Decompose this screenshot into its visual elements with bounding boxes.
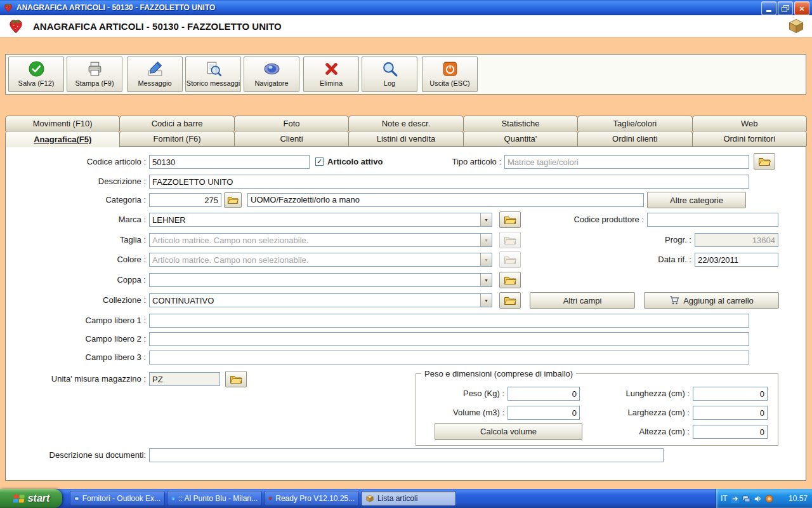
- task-outlook[interactable]: Fornitori - Outlook Ex...: [70, 491, 165, 506]
- tab-fornitori[interactable]: Fornitori (F6): [119, 131, 234, 146]
- network-icon[interactable]: [742, 495, 750, 503]
- language-indicator[interactable]: IT: [721, 494, 728, 503]
- cart-box-button[interactable]: [785, 17, 807, 36]
- tipo-articolo-folder-button[interactable]: [754, 153, 775, 170]
- minimize-button[interactable]: [761, 1, 776, 15]
- tab-note-descr[interactable]: Note e descr.: [348, 116, 463, 131]
- language-bar-icon[interactable]: [731, 495, 739, 503]
- tab-ordini-clienti[interactable]: Ordini clienti: [577, 131, 692, 146]
- salva-button[interactable]: Salva (F12): [8, 57, 64, 92]
- package-box-icon: [365, 494, 374, 503]
- marca-folder-button[interactable]: [499, 211, 521, 228]
- larghezza-input[interactable]: [693, 406, 768, 420]
- altri-campi-button[interactable]: Altri campi: [530, 292, 635, 309]
- chevron-down-icon[interactable]: ▼: [480, 274, 492, 286]
- antivirus-icon[interactable]: [765, 495, 773, 503]
- categoria-folder-button[interactable]: [224, 192, 242, 208]
- tab-row-2: Anagrafica(F5) Fornitori (F6) Clienti Li…: [5, 131, 806, 147]
- data-rif-input[interactable]: [695, 253, 778, 267]
- campo-libero-2-input[interactable]: [149, 332, 749, 346]
- task-label: Ready Pro V12.10.25...: [275, 494, 355, 503]
- collezione-value[interactable]: [150, 294, 480, 307]
- cart-icon: [669, 295, 679, 305]
- restore-button[interactable]: [778, 1, 793, 15]
- internet-explorer-icon: e: [171, 494, 175, 503]
- unita-misura-folder-button[interactable]: [225, 371, 247, 387]
- folder-icon: [504, 215, 516, 225]
- chevron-down-icon: ▼: [480, 234, 492, 246]
- calcola-volume-button[interactable]: Calcola volume: [435, 423, 582, 440]
- descrizione-input[interactable]: [149, 175, 749, 189]
- folder-icon: [504, 236, 516, 245]
- tab-ordini-fornitori[interactable]: Ordini fornitori: [692, 131, 807, 146]
- folder-icon: [230, 375, 242, 384]
- campo-libero-1-input[interactable]: [149, 314, 749, 328]
- title-bar: ANAGRAFICA ARTICOLI - 50130 - FAZZOLETTO…: [0, 0, 812, 15]
- marca-combobox[interactable]: ▼: [149, 213, 492, 227]
- categoria-code-input[interactable]: [149, 193, 221, 207]
- volume-icon[interactable]: [754, 495, 762, 503]
- altre-categorie-button[interactable]: Altre categorie: [647, 192, 746, 208]
- messaggio-button[interactable]: Messaggio: [127, 57, 183, 92]
- tipo-articolo-input[interactable]: [504, 155, 749, 169]
- descrizione-label: Descrizione :: [13, 177, 146, 186]
- tab-label: Movimenti (F10): [33, 119, 93, 128]
- navigatore-button[interactable]: Navigatore: [244, 57, 299, 92]
- tab-codici-a-barre[interactable]: Codici a barre: [119, 116, 234, 131]
- folder-icon: [504, 276, 516, 285]
- data-rif-label: Data rif. :: [609, 255, 691, 264]
- coppa-combobox[interactable]: ▼: [149, 273, 492, 287]
- aggiungi-al-carrello-button[interactable]: Aggiungi al carrello: [644, 292, 779, 309]
- tab-label: Ordini fornitori: [723, 134, 775, 144]
- uscita-button[interactable]: Uscita (ESC): [422, 57, 478, 92]
- codice-articolo-input[interactable]: [149, 155, 310, 169]
- volume-input[interactable]: [508, 406, 580, 420]
- tab-listini-di-vendita[interactable]: Listini di vendita: [348, 131, 463, 146]
- chevron-down-icon: ▼: [480, 253, 492, 266]
- tab-label: Foto: [284, 119, 300, 128]
- tab-anagrafica[interactable]: Anagrafica(F5): [5, 131, 120, 147]
- articolo-attivo-label: Articolo attivo: [327, 157, 397, 166]
- descrizione-documenti-input[interactable]: [149, 448, 664, 462]
- tab-statistiche[interactable]: Statistiche: [463, 116, 578, 131]
- tab-movimenti[interactable]: Movimenti (F10): [5, 116, 120, 131]
- collezione-combobox[interactable]: ▼: [149, 293, 492, 307]
- colore-value: [150, 253, 480, 266]
- unita-misura-input[interactable]: [149, 372, 220, 386]
- storico-messaggi-button[interactable]: Storico messaggi: [185, 57, 241, 92]
- tab-quantita[interactable]: Quantita': [463, 131, 578, 146]
- close-button[interactable]: ×: [794, 1, 809, 15]
- peso-input[interactable]: [508, 387, 580, 401]
- strawberry-icon: [3, 3, 13, 13]
- start-button[interactable]: start: [0, 489, 62, 508]
- tab-label: Statistiche: [501, 119, 539, 128]
- task-lista-articoli[interactable]: Lista articoli: [361, 491, 456, 506]
- package-box-icon: [787, 17, 806, 35]
- altezza-input[interactable]: [693, 425, 768, 439]
- coppa-folder-button[interactable]: [499, 272, 521, 288]
- task-ready-pro[interactable]: Ready Pro V12.10.25...: [264, 491, 359, 506]
- chevron-down-icon[interactable]: ▼: [480, 294, 492, 307]
- stampa-button[interactable]: Stampa (F9): [67, 57, 122, 92]
- toolbar-button-label: Log: [384, 79, 395, 87]
- campo-libero-2-label: Campo libero 2 :: [13, 334, 146, 344]
- task-internet-explorer[interactable]: e :: Al Punto Blu - Milan...: [167, 491, 262, 506]
- volume-label: Volume (m3) :: [416, 408, 504, 417]
- tab-foto[interactable]: Foto: [234, 116, 349, 131]
- chevron-down-icon[interactable]: ▼: [480, 213, 492, 226]
- collezione-folder-button[interactable]: [499, 292, 521, 309]
- elimina-button[interactable]: Elimina: [303, 57, 359, 92]
- articolo-attivo-checkbox[interactable]: ✓: [315, 157, 324, 166]
- app-header: ANAGRAFICA ARTICOLI - 50130 - FAZZOLETTO…: [0, 15, 812, 37]
- coppa-value[interactable]: [150, 274, 480, 286]
- marca-label: Marca :: [13, 215, 146, 224]
- toolbar-button-label: Navigatore: [254, 79, 288, 87]
- lunghezza-input[interactable]: [693, 387, 768, 401]
- codice-produttore-input[interactable]: [647, 213, 778, 227]
- log-button[interactable]: Log: [362, 57, 417, 92]
- tab-taglie-colori[interactable]: Taglie/colori: [577, 116, 692, 131]
- tab-clienti[interactable]: Clienti: [234, 131, 349, 146]
- marca-value[interactable]: [150, 213, 480, 226]
- tab-web[interactable]: Web: [692, 116, 807, 131]
- campo-libero-3-input[interactable]: [149, 351, 749, 364]
